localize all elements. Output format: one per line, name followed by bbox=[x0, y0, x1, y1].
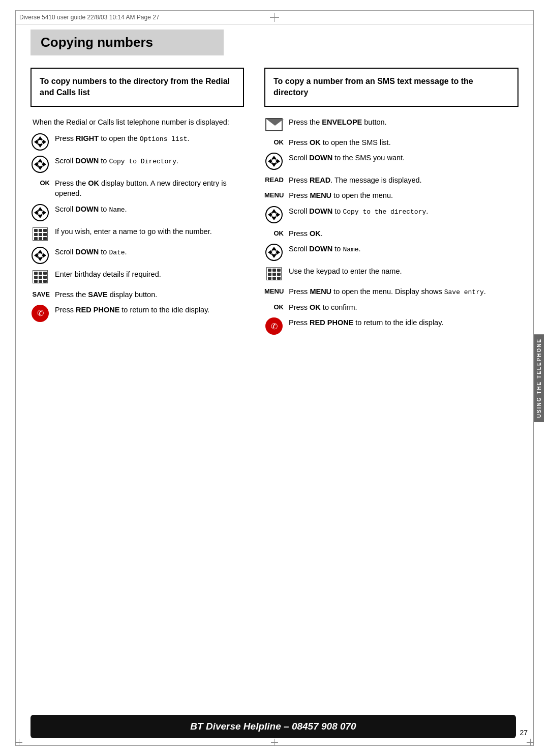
step-row: Press the ENVELOPE button. bbox=[264, 117, 518, 132]
step-row: MENU Press MENU to open the menu. Displa… bbox=[264, 286, 518, 297]
nav-circle-icon bbox=[30, 133, 50, 151]
bottom-right-cross bbox=[527, 739, 534, 746]
step-text: Press OK to confirm. bbox=[289, 302, 518, 312]
step-text: Press RED PHONE to return to the idle di… bbox=[55, 305, 244, 315]
nav-circle-icon bbox=[30, 204, 50, 221]
step-row: Scroll DOWN to Copy to Directory. bbox=[30, 156, 244, 173]
step-text: Press READ. The message is displayed. bbox=[289, 175, 518, 185]
step-text: Press RED PHONE to return to the idle di… bbox=[289, 317, 518, 328]
step-row: Enter birthday details if required. bbox=[30, 269, 244, 284]
read-label: READ bbox=[264, 175, 284, 184]
step-text: If you wish, enter a name to go with the… bbox=[55, 226, 244, 237]
ok-label: OK bbox=[264, 228, 284, 237]
step-row: Scroll DOWN to Name. bbox=[30, 204, 244, 221]
step-row: SAVE Press the SAVE display button. bbox=[30, 289, 244, 300]
step-text: Scroll DOWN to Name. bbox=[289, 244, 518, 254]
right-box-title: To copy a number from an SMS text messag… bbox=[273, 76, 509, 99]
step-text: Use the keypad to enter the name. bbox=[289, 266, 518, 276]
menu-label: MENU bbox=[264, 190, 284, 199]
menu-label: MENU bbox=[264, 286, 284, 295]
step-text: Scroll DOWN to Copy to Directory. bbox=[55, 156, 244, 166]
step-row: Press RIGHT to open the Options list. bbox=[30, 133, 244, 151]
footer-text: BT Diverse Helpline – 08457 908 070 bbox=[190, 721, 356, 732]
keypad-icon bbox=[264, 266, 284, 281]
step-text: Scroll DOWN to the SMS you want. bbox=[289, 153, 518, 163]
step-row: Scroll DOWN to Name. bbox=[264, 244, 518, 261]
red-phone-icon: ✆ bbox=[264, 317, 284, 335]
left-steps: Press RIGHT to open the Options list. Sc… bbox=[30, 133, 244, 322]
step-row: ✆ Press RED PHONE to return to the idle … bbox=[30, 305, 244, 322]
step-text: Press RIGHT to open the Options list. bbox=[55, 133, 244, 144]
step-text: Press MENU to open the menu. Display sho… bbox=[289, 286, 518, 297]
bottom-cross bbox=[271, 739, 278, 746]
bottom-left-cross bbox=[15, 739, 22, 746]
footer-bar: BT Diverse Helpline – 08457 908 070 bbox=[30, 715, 516, 738]
ok-label: OK bbox=[30, 178, 50, 187]
step-row: Scroll DOWN to the SMS you want. bbox=[264, 153, 518, 170]
ok-label: OK bbox=[264, 137, 284, 146]
left-instruction-box: To copy numbers to the directory from th… bbox=[30, 68, 244, 107]
right-instruction-box: To copy a number from an SMS text messag… bbox=[264, 68, 518, 107]
step-row: Scroll DOWN to Copy to the directory. bbox=[264, 206, 518, 223]
save-label: SAVE bbox=[30, 289, 50, 298]
step-text: Scroll DOWN to Copy to the directory. bbox=[289, 206, 518, 217]
step-row: MENU Press MENU to open the menu. bbox=[264, 190, 518, 200]
step-row: READ Press READ. The message is displaye… bbox=[264, 175, 518, 185]
step-text: Enter birthday details if required. bbox=[55, 269, 244, 279]
envelope-icon bbox=[264, 117, 284, 132]
left-box-title: To copy numbers to the directory from th… bbox=[40, 76, 235, 99]
step-text: Press OK to open the SMS list. bbox=[289, 137, 518, 148]
step-text: Press the SAVE display button. bbox=[55, 289, 244, 300]
side-label-container: USING THE TELEPHONE bbox=[534, 334, 544, 422]
step-text: Press MENU to open the menu. bbox=[289, 190, 518, 200]
right-column: To copy a number from an SMS text messag… bbox=[264, 68, 518, 715]
nav-circle-icon bbox=[30, 247, 50, 264]
ok-label: OK bbox=[264, 302, 284, 311]
step-text: Press the ENVELOPE button. bbox=[289, 117, 518, 127]
main-content: Copying numbers To copy numbers to the d… bbox=[30, 30, 518, 715]
step-row: OK Press the OK display button. A new di… bbox=[30, 178, 244, 199]
keypad-icon bbox=[30, 269, 50, 284]
step-row: OK Press OK. bbox=[264, 228, 518, 239]
nav-circle-icon bbox=[30, 156, 50, 173]
keypad-icon bbox=[30, 226, 50, 242]
step-text: Press the OK display button. A new direc… bbox=[55, 178, 244, 199]
right-steps: Press the ENVELOPE button. OK Press OK t… bbox=[264, 117, 518, 335]
step-text: Scroll DOWN to Date. bbox=[55, 247, 244, 257]
page-number: 27 bbox=[520, 729, 528, 737]
step-text: Press OK. bbox=[289, 228, 518, 239]
left-intro: When the Redial or Calls list telephone … bbox=[30, 117, 244, 127]
step-row: Use the keypad to enter the name. bbox=[264, 266, 518, 281]
step-row: ✆ Press RED PHONE to return to the idle … bbox=[264, 317, 518, 335]
section-title: Copying numbers bbox=[41, 35, 153, 50]
nav-circle-icon bbox=[264, 244, 284, 261]
side-label: USING THE TELEPHONE bbox=[534, 334, 544, 422]
nav-circle-icon bbox=[264, 206, 284, 223]
step-row: OK Press OK to open the SMS list. bbox=[264, 137, 518, 148]
two-columns: To copy numbers to the directory from th… bbox=[30, 68, 518, 715]
section-title-box: Copying numbers bbox=[30, 30, 224, 55]
step-row: OK Press OK to confirm. bbox=[264, 302, 518, 312]
step-text: Scroll DOWN to Name. bbox=[55, 204, 244, 215]
left-column: To copy numbers to the directory from th… bbox=[30, 68, 244, 715]
nav-circle-icon bbox=[264, 153, 284, 170]
step-row: If you wish, enter a name to go with the… bbox=[30, 226, 244, 242]
red-phone-icon: ✆ bbox=[30, 305, 50, 322]
step-row: Scroll DOWN to Date. bbox=[30, 247, 244, 264]
